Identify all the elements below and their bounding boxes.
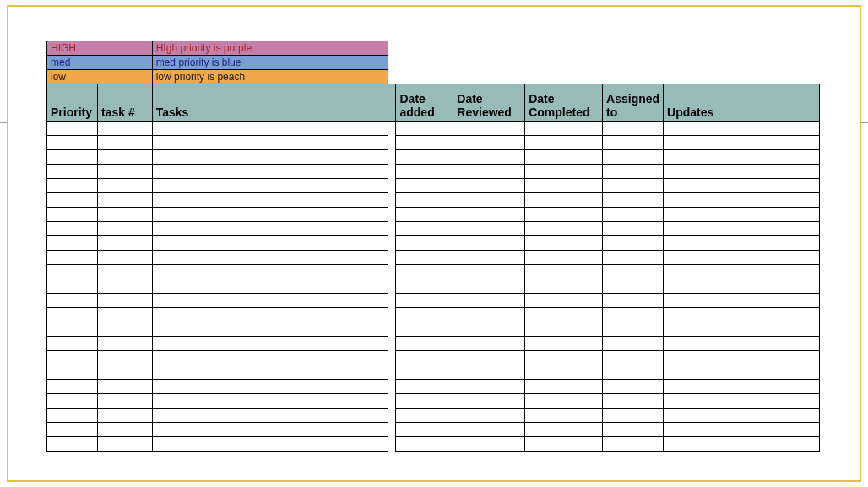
cell[interactable] (152, 179, 388, 193)
cell[interactable] (664, 193, 820, 208)
legend-med-row[interactable]: med med priority is blue (47, 56, 820, 70)
cell[interactable] (664, 365, 820, 380)
cell[interactable] (525, 409, 603, 423)
cell[interactable] (664, 251, 820, 265)
cell[interactable] (396, 236, 453, 251)
table-row[interactable] (47, 423, 820, 437)
cell[interactable] (152, 437, 388, 452)
cell[interactable] (396, 337, 453, 351)
cell[interactable] (664, 208, 820, 222)
table-row[interactable] (47, 322, 820, 337)
header-tasks[interactable]: Tasks (152, 84, 388, 122)
cell[interactable] (47, 265, 98, 279)
table-row[interactable] (47, 337, 820, 351)
cell[interactable] (396, 165, 453, 179)
cell[interactable] (97, 179, 152, 193)
cell[interactable] (396, 294, 453, 308)
cell[interactable] (453, 322, 525, 337)
cell[interactable] (525, 308, 603, 322)
cell[interactable] (97, 150, 152, 165)
legend-high-label[interactable]: HIGH (47, 41, 153, 56)
cell[interactable] (152, 279, 388, 294)
cell[interactable] (152, 251, 388, 265)
cell[interactable] (603, 251, 664, 265)
header-tasknum[interactable]: task # (97, 84, 152, 122)
cell[interactable] (47, 308, 98, 322)
cell[interactable] (525, 222, 603, 236)
cell[interactable] (396, 150, 453, 165)
cell[interactable] (603, 122, 664, 136)
cell[interactable] (97, 236, 152, 251)
cell[interactable] (453, 423, 525, 437)
cell[interactable] (396, 136, 453, 150)
table-row[interactable] (47, 380, 820, 394)
table-row[interactable] (47, 179, 820, 193)
cell[interactable] (453, 251, 525, 265)
cell[interactable] (525, 365, 603, 380)
cell[interactable] (396, 409, 453, 423)
cell[interactable] (525, 337, 603, 351)
table-row[interactable] (47, 394, 820, 409)
cell[interactable] (525, 380, 603, 394)
cell[interactable] (97, 423, 152, 437)
cell[interactable] (664, 409, 820, 423)
cell[interactable] (525, 294, 603, 308)
cell[interactable] (396, 265, 453, 279)
cell[interactable] (152, 122, 388, 136)
cell[interactable] (97, 136, 152, 150)
cell[interactable] (396, 394, 453, 409)
cell[interactable] (603, 294, 664, 308)
cell[interactable] (664, 222, 820, 236)
cell[interactable] (97, 222, 152, 236)
cell[interactable] (97, 122, 152, 136)
cell[interactable] (97, 409, 152, 423)
cell[interactable] (97, 251, 152, 265)
cell[interactable] (603, 179, 664, 193)
cell[interactable] (603, 279, 664, 294)
cell[interactable] (396, 251, 453, 265)
cell[interactable] (453, 351, 525, 365)
cell[interactable] (453, 165, 525, 179)
cell[interactable] (603, 208, 664, 222)
cell[interactable] (664, 150, 820, 165)
cell[interactable] (47, 122, 98, 136)
cell[interactable] (664, 351, 820, 365)
header-datereviewed[interactable]: Date Reviewed (453, 84, 525, 122)
cell[interactable] (47, 236, 98, 251)
cell[interactable] (453, 437, 525, 452)
task-table[interactable]: HIGH HIgh priority is purple med med pri… (46, 41, 820, 452)
cell[interactable] (525, 136, 603, 150)
table-row[interactable] (47, 150, 820, 165)
cell[interactable] (603, 380, 664, 394)
cell[interactable] (603, 351, 664, 365)
cell[interactable] (525, 394, 603, 409)
cell[interactable] (664, 423, 820, 437)
cell[interactable] (396, 193, 453, 208)
cell[interactable] (525, 122, 603, 136)
cell[interactable] (603, 423, 664, 437)
cell[interactable] (152, 236, 388, 251)
cell[interactable] (664, 437, 820, 452)
cell[interactable] (152, 136, 388, 150)
cell[interactable] (525, 208, 603, 222)
cell[interactable] (453, 294, 525, 308)
cell[interactable] (47, 150, 98, 165)
table-row[interactable] (47, 365, 820, 380)
cell[interactable] (603, 165, 664, 179)
cell[interactable] (97, 337, 152, 351)
cell[interactable] (664, 165, 820, 179)
cell[interactable] (664, 380, 820, 394)
cell[interactable] (525, 150, 603, 165)
cell[interactable] (396, 437, 453, 452)
cell[interactable] (97, 380, 152, 394)
cell[interactable] (47, 251, 98, 265)
cell[interactable] (97, 322, 152, 337)
cell[interactable] (603, 437, 664, 452)
cell[interactable] (603, 322, 664, 337)
cell[interactable] (396, 279, 453, 294)
cell[interactable] (152, 165, 388, 179)
cell[interactable] (603, 236, 664, 251)
legend-med-label[interactable]: med (47, 56, 153, 70)
cell[interactable] (453, 380, 525, 394)
cell[interactable] (152, 365, 388, 380)
